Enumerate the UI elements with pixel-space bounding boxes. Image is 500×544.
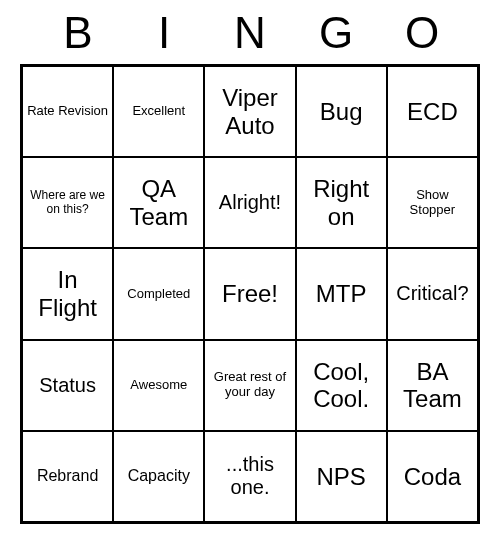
bingo-cell[interactable]: Critical?	[387, 248, 478, 339]
bingo-cell[interactable]: ...this one.	[204, 431, 295, 522]
bingo-cell[interactable]: Rebrand	[22, 431, 113, 522]
bingo-cell[interactable]: Completed	[113, 248, 204, 339]
bingo-cell[interactable]: Coda	[387, 431, 478, 522]
bingo-cell[interactable]: Awesome	[113, 340, 204, 431]
bingo-cell[interactable]: Capacity	[113, 431, 204, 522]
bingo-cell[interactable]: Viper Auto	[204, 66, 295, 157]
bingo-cell[interactable]: Excellent	[113, 66, 204, 157]
bingo-cell[interactable]: Great rest of your day	[204, 340, 295, 431]
bingo-cell[interactable]: Cool, Cool.	[296, 340, 387, 431]
bingo-cell[interactable]: BA Team	[387, 340, 478, 431]
bingo-cell[interactable]: Where are we on this?	[22, 157, 113, 248]
bingo-cell[interactable]: Bug	[296, 66, 387, 157]
bingo-cell[interactable]: Show Stopper	[387, 157, 478, 248]
bingo-cell[interactable]: Status	[22, 340, 113, 431]
bingo-header: B I N G O	[20, 8, 480, 64]
bingo-cell-free[interactable]: Free!	[204, 248, 295, 339]
bingo-grid: Rate Revision Excellent Viper Auto Bug E…	[20, 64, 480, 524]
bingo-cell[interactable]: In Flight	[22, 248, 113, 339]
bingo-cell[interactable]: QA Team	[113, 157, 204, 248]
bingo-cell[interactable]: Right on	[296, 157, 387, 248]
header-letter-i: I	[134, 8, 194, 58]
bingo-cell[interactable]: NPS	[296, 431, 387, 522]
header-letter-n: N	[220, 8, 280, 58]
bingo-cell[interactable]: Alright!	[204, 157, 295, 248]
header-letter-b: B	[48, 8, 108, 58]
header-letter-g: G	[306, 8, 366, 58]
bingo-cell[interactable]: MTP	[296, 248, 387, 339]
bingo-cell[interactable]: Rate Revision	[22, 66, 113, 157]
bingo-cell[interactable]: ECD	[387, 66, 478, 157]
header-letter-o: O	[392, 8, 452, 58]
